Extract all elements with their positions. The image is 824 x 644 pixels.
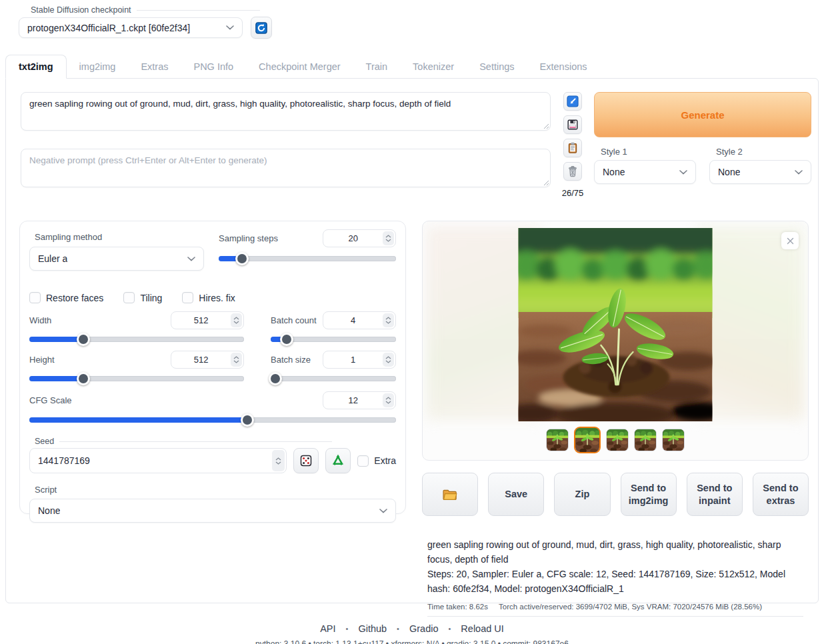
paste-params-button[interactable]	[563, 92, 582, 111]
hires-fix-checkbox[interactable]	[182, 292, 193, 303]
folder-icon	[442, 488, 458, 501]
send-to-img2img-button[interactable]: Send to img2img	[621, 473, 677, 516]
refresh-checkpoint-button[interactable]	[251, 17, 272, 39]
gradio-link[interactable]: Gradio	[409, 623, 439, 634]
info-prompt-text: green sapling rowing out of ground, mud,…	[427, 538, 803, 567]
reuse-seed-button[interactable]	[325, 448, 351, 473]
close-icon	[787, 237, 794, 245]
chevron-down-icon	[379, 509, 387, 513]
api-link[interactable]: API	[320, 623, 335, 634]
width-input[interactable]	[171, 311, 244, 329]
stepper-arrows[interactable]	[383, 393, 394, 407]
tab-extras[interactable]: Extras	[128, 55, 181, 78]
save-style-button[interactable]	[563, 115, 582, 134]
seed-input[interactable]	[29, 448, 287, 473]
generated-image[interactable]	[519, 228, 713, 421]
slider-thumb	[235, 252, 249, 265]
memory-usage-text: Torch active/reserved: 3699/4702 MiB, Sy…	[499, 603, 762, 611]
stepper-arrows[interactable]	[231, 313, 242, 327]
tab-settings[interactable]: Settings	[467, 55, 527, 78]
restore-faces-checkbox[interactable]	[29, 292, 41, 303]
divider	[59, 441, 332, 442]
batch-size-slider[interactable]	[271, 376, 396, 381]
sampling-method-select[interactable]: Euler a	[29, 247, 204, 271]
stepper-arrows[interactable]	[231, 353, 242, 367]
txt2img-panel: green sapling rowing out of ground, mud,…	[5, 78, 819, 603]
tab-img2img[interactable]: img2img	[67, 55, 129, 78]
github-link[interactable]: Github	[358, 623, 387, 634]
bullet-separator: •	[449, 625, 451, 633]
stepper-arrows[interactable]	[383, 313, 394, 327]
random-seed-button[interactable]	[293, 448, 319, 473]
tab-png-info[interactable]: PNG Info	[181, 55, 246, 78]
extra-seed-checkbox[interactable]	[357, 455, 369, 467]
cfg-scale-input[interactable]	[323, 391, 396, 409]
sampling-steps-value[interactable]	[323, 230, 383, 247]
gallery-thumbnail-2-selected[interactable]	[574, 427, 601, 453]
sampling-steps-slider[interactable]	[219, 256, 396, 261]
stepper-arrows[interactable]	[383, 353, 394, 367]
width-value[interactable]	[171, 312, 231, 329]
gallery-actions: Save Zip Send to img2img Send to inpaint…	[422, 473, 809, 516]
slider-thumb	[241, 413, 254, 427]
sampling-steps-input[interactable]	[323, 229, 396, 247]
chevron-down-icon	[226, 25, 234, 30]
gallery-thumbnail-3[interactable]	[606, 429, 629, 451]
height-value[interactable]	[171, 351, 231, 368]
style1-select[interactable]: None	[594, 160, 696, 184]
tab-extensions[interactable]: Extensions	[527, 55, 600, 78]
checkpoint-select[interactable]: protogenX34OfficialR_1.ckpt [60fe2f34]	[19, 17, 243, 38]
width-label: Width	[29, 315, 51, 325]
batch-count-value[interactable]	[323, 312, 383, 329]
tab-checkpoint-merger[interactable]: Checkpoint Merger	[246, 55, 353, 78]
tab-tokenizer[interactable]: Tokenizer	[400, 55, 467, 78]
chevron-down-icon	[795, 170, 803, 175]
results-panel: Save Zip Send to img2img Send to inpaint…	[422, 221, 809, 617]
zip-button[interactable]: Zip	[554, 473, 610, 516]
gallery-thumbnail-1[interactable]	[546, 429, 569, 451]
tab-txt2img[interactable]: txt2img	[5, 55, 67, 79]
cfg-scale-value[interactable]	[323, 392, 383, 409]
prompt-tools: 26/75	[559, 92, 586, 198]
batch-count-slider[interactable]	[271, 337, 396, 342]
style2-select[interactable]: None	[709, 160, 811, 184]
batch-count-input[interactable]	[323, 311, 396, 329]
chevron-down-icon	[187, 257, 195, 261]
tiling-checkbox[interactable]	[123, 292, 135, 303]
tab-train[interactable]: Train	[353, 55, 401, 78]
cfg-scale-label: CFG Scale	[29, 395, 72, 405]
send-to-extras-button[interactable]: Send to extras	[753, 473, 809, 516]
info-params-text: Steps: 20, Sampler: Euler a, CFG scale: …	[427, 567, 803, 596]
stepper-arrows[interactable]	[383, 231, 394, 245]
height-input[interactable]	[171, 351, 244, 369]
gallery-thumbnail-4[interactable]	[634, 429, 657, 451]
script-select[interactable]: None	[29, 499, 396, 523]
clipboard-icon	[567, 142, 579, 154]
prompt-input[interactable]: green sapling rowing out of ground, mud,…	[21, 92, 551, 131]
send-to-inpaint-button[interactable]: Send to inpaint	[687, 473, 743, 516]
open-folder-button[interactable]	[422, 473, 478, 516]
close-gallery-button[interactable]	[781, 232, 799, 249]
clear-prompt-button[interactable]	[563, 162, 582, 181]
stepper-arrows[interactable]	[272, 450, 285, 471]
width-slider[interactable]	[29, 337, 244, 342]
slider-thumb	[269, 372, 282, 385]
apply-styles-button[interactable]	[563, 139, 582, 157]
style2-label: Style 2	[716, 147, 811, 157]
save-button[interactable]: Save	[488, 473, 544, 516]
footer: API • Github • Gradio • Reload UI python…	[0, 623, 824, 644]
gallery-thumbnail-5[interactable]	[662, 429, 685, 451]
reload-ui-link[interactable]: Reload UI	[461, 623, 503, 634]
batch-size-input[interactable]	[323, 351, 396, 369]
batch-size-value[interactable]	[323, 351, 383, 368]
height-label: Height	[29, 355, 55, 365]
negative-prompt-input[interactable]	[21, 149, 551, 187]
height-slider[interactable]	[29, 376, 244, 381]
stable-diffusion-webui: Stable Diffusion checkpoint protogenX34O…	[0, 0, 824, 644]
generate-button[interactable]: Generate	[594, 92, 811, 137]
divider	[137, 10, 260, 11]
cfg-scale-slider[interactable]	[29, 417, 396, 423]
seed-value[interactable]	[30, 449, 272, 473]
sampling-steps-label: Sampling steps	[219, 233, 278, 243]
slider-thumb	[77, 333, 90, 346]
